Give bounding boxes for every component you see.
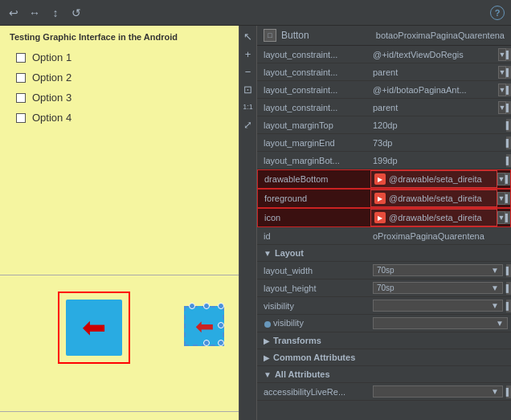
option-3-label: Option 3 [32,92,72,104]
common-section-title: Common Attributes [273,353,355,362]
move-vertical-icon[interactable]: ↕ [48,6,63,20]
all-section-title: All Attributes [275,369,330,379]
prop-value-4: 120dp [370,118,506,133]
layout-height-more[interactable]: ▌ [506,282,511,295]
add-tool[interactable]: + [241,47,256,61]
prop-layout-constraint-3: layout_constraint... @+id/botaoPaginaAnt… [257,81,511,99]
all-section-header[interactable]: ▼ All Attributes [257,366,511,383]
prop-more-1[interactable]: ▌ [506,66,511,79]
drawable-value-7: @drawable/seta_direita [389,174,482,184]
accessibility-more[interactable]: ▌ [506,385,511,398]
dropdown-arrow-1[interactable]: ▼ [498,66,506,79]
layout-section-header[interactable]: ▼ Layout [257,245,511,262]
prop-value-7: ▶ @drawable/seta_direita [370,170,497,188]
dropdown-arrow-9[interactable]: ▼ [497,211,505,224]
visibility-value[interactable]: ▼ [370,298,506,313]
widget-selector[interactable]: ⬅ [176,298,240,362]
dropdown-arrow-0[interactable]: ▼ [498,48,506,61]
accessibility-label: accessibilityLiveRe... [257,385,370,399]
prop-layout-height: layout_height 70sp▼ ▌ [257,279,511,297]
checkbox-3[interactable] [16,93,26,103]
main-toolbar: ↩ ↔ ↕ ↺ ? [0,0,511,26]
move-horizontal-icon[interactable]: ↔ [27,6,42,20]
fit-tool[interactable]: ⊡ [241,82,256,96]
dropdown-arrow-7[interactable]: ▼ [497,173,505,186]
prop-icon: icon ▶ @drawable/seta_direita ▼ ▌ [257,208,511,227]
prop-name-6: layout_marginBot... [257,153,370,168]
prop-visibility: visibility ▼ ▌ [257,297,511,315]
prop-name-1: layout_constraint... [257,65,370,80]
visibility2-select[interactable]: ▼ [373,317,508,329]
prop-dropdown-0[interactable]: ▼ [498,48,506,61]
common-section-header[interactable]: ▶ Common Attributes [257,349,511,366]
checkbox-4[interactable] [16,113,26,123]
prop-dropdown-2[interactable]: ▼ [498,84,506,96]
layout-width-more[interactable]: ▌ [506,264,511,277]
common-collapse-icon: ▶ [264,353,270,362]
prop-value-8: ▶ @drawable/seta_direita [370,190,497,207]
drawable-value-8: @drawable/seta_direita [389,194,482,203]
button-icon-box: ⬅ [66,300,122,356]
layout-height-label: layout_height [257,281,370,296]
handle-bottom-right[interactable] [218,340,224,346]
prop-value-2: @+id/botaoPaginaAnt... [370,83,498,97]
dropdown-arrow-8[interactable]: ▼ [497,192,505,205]
prop-more-2[interactable]: ▌ [506,84,511,96]
prop-more-9[interactable]: ▌ [505,211,510,224]
accessibility-value[interactable]: ▼ [370,384,506,399]
options-list: Option 1 Option 2 Option 3 Option 4 [0,45,256,130]
checkbox-1[interactable] [16,53,26,63]
prop-more-3[interactable]: ▌ [506,101,511,114]
prop-name-7: drawableBottom [258,172,370,186]
prop-layout-constraint-2: layout_constraint... parent ▼ ▌ [257,63,511,81]
handle-top-right[interactable] [218,303,224,309]
prop-margin-top: layout_marginTop 120dp ▌ [257,116,511,134]
prop-more-8[interactable]: ▌ [505,192,510,205]
prop-value-6: 199dp [370,153,506,168]
layout-section-title: Layout [275,248,304,258]
checkbox-2[interactable] [16,73,26,83]
help-button[interactable]: ? [490,6,505,20]
visibility-more[interactable]: ▌ [506,300,511,312]
prop-dropdown-7[interactable]: ▼ [497,173,505,186]
dropdown-arrow-2[interactable]: ▼ [498,84,506,96]
list-item: Option 2 [16,68,240,87]
prop-drawable-bottom: drawableBottom ▶ @drawable/seta_direita … [257,169,511,189]
minus-tool[interactable]: − [241,64,256,79]
transforms-section-header[interactable]: ▶ Transforms [257,332,511,349]
prop-value-9: ▶ @drawable/seta_direita [370,209,497,226]
prop-more-4[interactable]: ▌ [506,119,511,132]
cursor-tool[interactable]: ↖ [241,29,256,43]
prop-dropdown-3[interactable]: ▼ [498,101,506,114]
layout-height-value[interactable]: 70sp▼ [370,280,506,296]
handle-top-center[interactable] [203,303,210,309]
prop-more-5[interactable]: ▌ [506,137,511,149]
canvas-panel: Testing Graphic Interface in the Android… [0,26,257,420]
expand-tool[interactable]: ⤢ [241,117,256,132]
layout-width-value[interactable]: 70sp▼ [370,263,506,278]
handle-bottom-center[interactable] [203,340,210,346]
layout-width-select[interactable]: 70sp▼ [373,264,503,276]
prop-more-7[interactable]: ▌ [505,173,510,186]
prop-value-5: 73dp [370,136,506,150]
prop-more-0[interactable]: ▌ [506,48,511,61]
svg-point-0 [264,321,271,328]
prop-dropdown-1[interactable]: ▼ [498,66,506,79]
prop-dropdown-9[interactable]: ▼ [497,211,505,224]
layout-height-select[interactable]: 70sp▼ [373,282,503,294]
prop-dropdown-8[interactable]: ▼ [497,192,505,205]
dropdown-arrow-3[interactable]: ▼ [498,101,506,114]
prop-value-3: parent [370,100,498,115]
prop-name-9: icon [258,210,370,225]
visibility-select[interactable]: ▼ [373,300,503,312]
arrow-left-icon: ⬅ [82,313,106,342]
back-icon[interactable]: ↩ [6,6,21,20]
visibility2-value[interactable]: ▼ [370,316,511,331]
selected-button-element[interactable]: ⬅ [58,292,130,364]
prop-more-6[interactable]: ▌ [506,154,511,167]
handle-middle-right[interactable] [218,322,224,328]
handle-top-left[interactable] [189,303,195,309]
accessibility-select[interactable]: ▼ [373,385,503,398]
drawable-badge-9: ▶ [374,212,386,223]
rotate-icon[interactable]: ↺ [69,6,84,20]
